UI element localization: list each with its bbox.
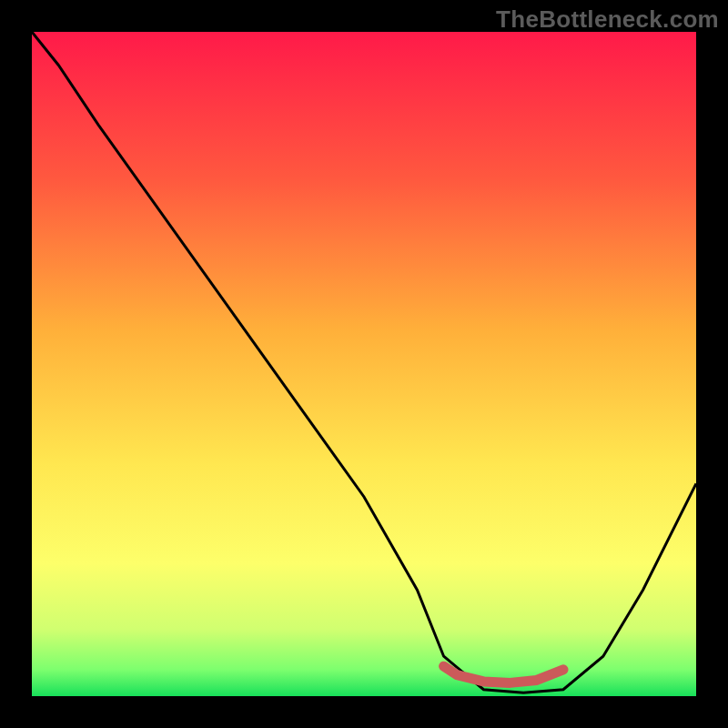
bottleneck-chart xyxy=(32,32,696,696)
watermark-text: TheBottleneck.com xyxy=(496,5,719,34)
chart-frame xyxy=(32,32,696,696)
chart-background-gradient xyxy=(32,32,696,696)
